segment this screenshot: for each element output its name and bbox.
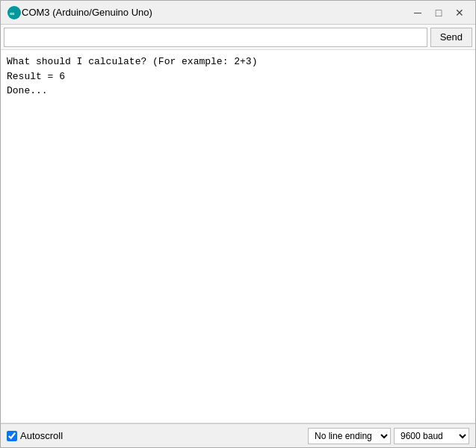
statusbar: Autoscroll No line ending Newline Carria… [1,423,475,447]
main-window: ∞ COM3 (Arduino/Genuino Uno) ─ □ ✕ Send … [0,0,476,448]
serial-input[interactable] [4,28,427,47]
arduino-logo-icon: ∞ [7,5,22,20]
line-ending-select[interactable]: No line ending Newline Carriage return B… [308,428,391,444]
output-line-1: What should I calculate? (For example: 2… [7,55,469,69]
output-line-4: Done... [7,84,469,99]
minimize-button[interactable]: ─ [408,4,427,21]
window-title: COM3 (Arduino/Genuino Uno) [22,7,408,18]
close-button[interactable]: ✕ [450,4,469,21]
toolbar: Send [1,25,475,50]
baud-rate-select[interactable]: 300 baud 1200 baud 2400 baud 4800 baud 9… [394,428,469,444]
serial-output-area: What should I calculate? (For example: 2… [1,50,475,423]
titlebar: ∞ COM3 (Arduino/Genuino Uno) ─ □ ✕ [1,1,475,25]
autoscroll-checkbox[interactable] [7,431,17,441]
send-button[interactable]: Send [430,28,472,47]
maximize-button[interactable]: □ [429,4,448,21]
autoscroll-label[interactable]: Autoscroll [20,430,63,441]
status-dropdowns: No line ending Newline Carriage return B… [308,428,469,444]
window-controls: ─ □ ✕ [408,4,469,21]
svg-text:∞: ∞ [10,10,15,17]
output-line-3: Result = 6 [7,69,469,84]
autoscroll-area: Autoscroll [7,430,308,441]
